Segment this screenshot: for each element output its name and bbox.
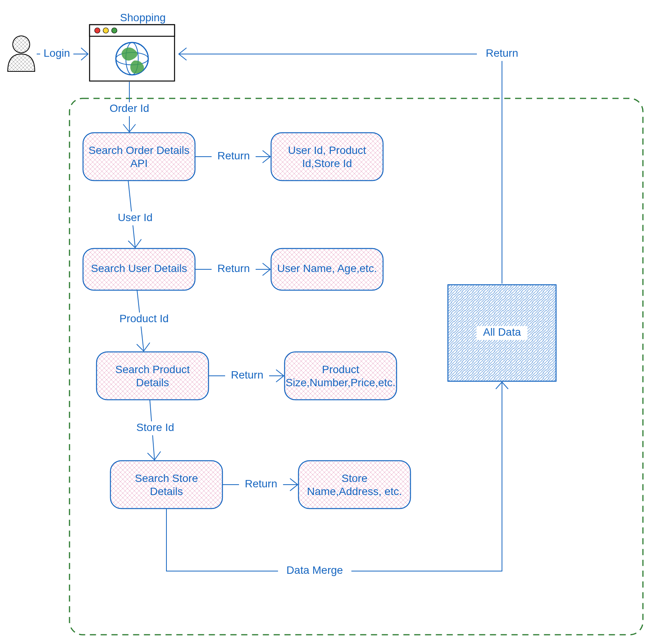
browser-title: Shopping [120, 12, 166, 24]
svg-point-3 [13, 36, 30, 53]
search-product-node: Search Product Details [97, 352, 209, 400]
store-id-arrow: Store Id [127, 400, 185, 460]
return-final-label: Return [486, 47, 518, 59]
svg-rect-29 [97, 352, 209, 400]
search-store-l1: Search Store [135, 472, 198, 484]
return1-label: Return [217, 150, 250, 162]
store-result-l2: Name,Address, etc. [307, 485, 402, 497]
product-result-l1: Product [322, 363, 359, 375]
user-id-label: User Id [118, 211, 153, 223]
user-id-arrow: User Id [107, 181, 165, 248]
order-id-label: Order Id [110, 102, 149, 114]
order-result-node: User Id, Product Id,Store Id [271, 133, 383, 181]
svg-point-8 [95, 28, 100, 33]
return2-arrow: Return [195, 262, 270, 276]
product-result-node: Product Size,Number,Price,etc. [285, 352, 397, 400]
product-id-arrow: Product Id [111, 290, 177, 351]
svg-rect-32 [285, 352, 397, 400]
search-order-l1: Search Order Details [88, 144, 189, 156]
browser-window: Shopping [90, 12, 175, 81]
order-result-l2: Id,Store Id [302, 157, 352, 169]
diagram-canvas: Login Shopping Return Order Id Sea [0, 0, 663, 644]
return3-label: Return [231, 369, 263, 381]
return1-arrow: Return [195, 150, 270, 164]
svg-rect-35 [110, 461, 222, 509]
search-store-node: Search Store Details [110, 461, 222, 509]
store-result-l1: Store [342, 472, 368, 484]
svg-point-10 [112, 28, 117, 33]
search-product-l1: Search Product [115, 363, 190, 375]
search-product-l2: Details [136, 377, 169, 389]
return2-label: Return [217, 262, 250, 274]
order-id-arrow: Order Id [101, 82, 158, 132]
user-result-l1: User Name, Age,etc. [277, 262, 377, 274]
all-data-node: All Data [448, 285, 556, 381]
search-order-l2: API [130, 157, 148, 169]
all-data-l1: All Data [483, 326, 521, 338]
order-result-l1: User Id, Product [288, 144, 366, 156]
svg-rect-7 [90, 25, 175, 36]
search-user-node: Search User Details [83, 248, 195, 290]
search-user-l1: Search User Details [91, 262, 187, 274]
login-label: Login [44, 47, 70, 59]
search-store-l2: Details [150, 485, 183, 497]
user-icon [8, 36, 35, 71]
globe-icon [116, 42, 148, 75]
product-result-l2: Size,Number,Price,etc. [286, 377, 396, 389]
store-id-label: Store Id [136, 421, 174, 433]
data-merge-label: Data Merge [287, 564, 343, 576]
login-arrow: Login [37, 47, 88, 61]
return4-arrow: Return [222, 478, 298, 492]
return3-arrow: Return [209, 369, 284, 383]
svg-rect-20 [271, 133, 383, 181]
svg-rect-38 [298, 461, 410, 509]
svg-point-9 [103, 28, 109, 33]
return4-label: Return [245, 478, 277, 490]
product-id-label: Product Id [119, 313, 169, 325]
user-result-node: User Name, Age,etc. [271, 248, 383, 290]
search-order-node: Search Order Details API [83, 133, 195, 181]
store-result-node: Store Name,Address, etc. [298, 461, 410, 509]
svg-rect-17 [83, 133, 195, 181]
